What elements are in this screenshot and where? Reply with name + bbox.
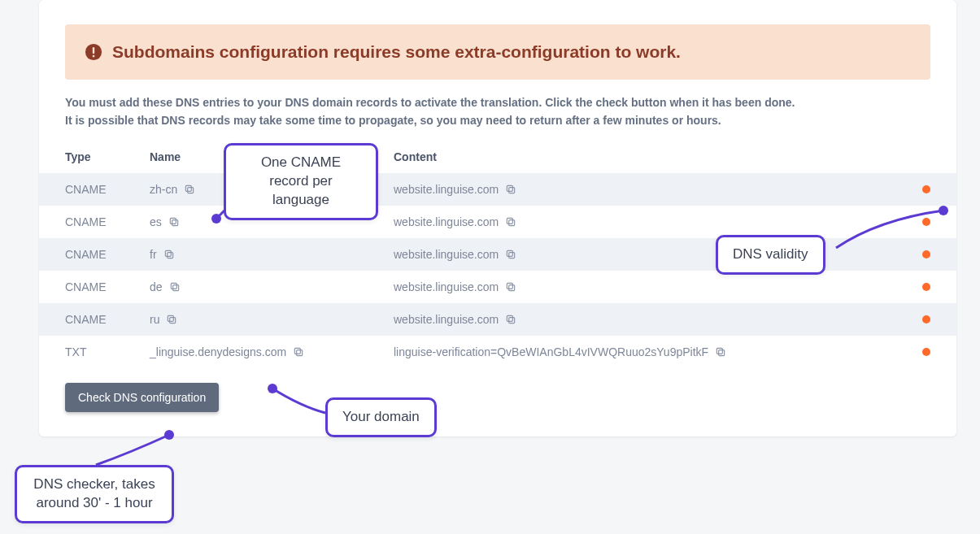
instructions-line-1: You must add these DNS entries to your D… xyxy=(65,94,930,112)
cell-status xyxy=(906,218,930,226)
cell-name: ru xyxy=(150,313,394,326)
status-dot-icon xyxy=(922,185,930,193)
svg-rect-6 xyxy=(507,186,513,192)
copy-icon[interactable] xyxy=(505,314,516,325)
svg-rect-4 xyxy=(186,186,192,192)
cell-name: fr xyxy=(150,248,394,261)
dns-config-card: Subdomains configuration requires some e… xyxy=(39,0,956,436)
cell-content: website.linguise.com xyxy=(394,248,906,261)
table-row: CNAMEzh-cnwebsite.linguise.com xyxy=(39,173,956,206)
callout-checker: DNS checker, takes around 30' - 1 hour xyxy=(15,465,174,523)
copy-icon[interactable] xyxy=(168,216,180,228)
cell-name: _linguise.denydesigns.com xyxy=(150,345,394,358)
cell-content: website.linguise.com xyxy=(394,313,906,326)
cell-type: CNAME xyxy=(65,248,150,261)
table-row: TXT_linguise.denydesigns.comlinguise-ver… xyxy=(39,336,956,368)
copy-icon[interactable] xyxy=(505,249,516,260)
status-dot-icon xyxy=(922,250,930,258)
svg-rect-18 xyxy=(507,284,513,289)
copy-icon[interactable] xyxy=(505,216,516,228)
svg-rect-11 xyxy=(167,253,172,258)
copy-icon[interactable] xyxy=(505,184,516,195)
table-row: CNAMEdewebsite.linguise.com xyxy=(39,271,956,303)
copy-icon[interactable] xyxy=(505,281,516,293)
svg-rect-26 xyxy=(716,349,722,354)
copy-icon[interactable] xyxy=(293,346,304,358)
cell-type: TXT xyxy=(65,345,150,358)
instructions-line-2: It is possible that DNS records may take… xyxy=(65,112,930,130)
cell-status xyxy=(906,315,930,323)
svg-rect-7 xyxy=(172,220,177,226)
table-row: CNAMEeswebsite.linguise.com xyxy=(39,206,956,238)
cell-type: CNAME xyxy=(65,280,150,293)
svg-rect-3 xyxy=(188,188,194,193)
copy-icon[interactable] xyxy=(166,314,177,325)
status-dot-icon xyxy=(922,348,930,356)
callout-validity: DNS validity xyxy=(716,235,825,275)
svg-rect-20 xyxy=(168,316,174,322)
svg-rect-10 xyxy=(507,219,513,224)
copy-icon[interactable] xyxy=(184,184,195,195)
cell-type: CNAME xyxy=(65,183,150,196)
svg-point-2 xyxy=(93,55,95,58)
cell-status xyxy=(906,250,930,258)
header-content: Content xyxy=(394,150,906,163)
alert-text: Subdomains configuration requires some e… xyxy=(112,42,681,62)
svg-rect-16 xyxy=(171,284,176,289)
header-type: Type xyxy=(65,150,150,163)
cell-status xyxy=(906,283,930,291)
cell-content: website.linguise.com xyxy=(394,183,906,196)
check-dns-button[interactable]: Check DNS configuration xyxy=(65,383,219,412)
table-header: Type Name Content xyxy=(39,141,956,173)
cell-type: CNAME xyxy=(65,313,150,326)
status-dot-icon xyxy=(922,218,930,226)
instructions: You must add these DNS entries to your D… xyxy=(65,94,930,129)
callout-domain: Your domain xyxy=(325,397,437,437)
copy-icon[interactable] xyxy=(163,249,175,260)
cell-content: website.linguise.com xyxy=(394,215,906,228)
svg-rect-25 xyxy=(719,350,725,356)
svg-rect-19 xyxy=(170,318,176,323)
svg-rect-22 xyxy=(507,316,513,322)
table-row: CNAMEruwebsite.linguise.com xyxy=(39,303,956,336)
cell-name: de xyxy=(150,280,394,293)
svg-rect-9 xyxy=(509,220,515,226)
callout-cname: One CNAME record per language xyxy=(224,143,378,220)
svg-rect-23 xyxy=(297,350,303,356)
svg-rect-15 xyxy=(172,285,178,291)
status-dot-icon xyxy=(922,283,930,291)
svg-rect-24 xyxy=(294,349,300,354)
svg-rect-17 xyxy=(509,285,515,291)
svg-rect-5 xyxy=(509,188,515,193)
svg-rect-1 xyxy=(93,47,94,54)
status-dot-icon xyxy=(922,315,930,323)
cell-status xyxy=(906,185,930,193)
svg-rect-12 xyxy=(165,251,171,257)
alert-icon xyxy=(85,43,102,61)
cell-status xyxy=(906,348,930,356)
copy-icon[interactable] xyxy=(169,281,181,293)
svg-rect-8 xyxy=(170,219,176,224)
cell-type: CNAME xyxy=(65,215,150,228)
svg-rect-21 xyxy=(509,318,515,323)
alert-banner: Subdomains configuration requires some e… xyxy=(65,24,930,80)
svg-rect-13 xyxy=(509,253,515,258)
copy-icon[interactable] xyxy=(715,346,726,358)
cell-content: website.linguise.com xyxy=(394,280,906,293)
svg-rect-14 xyxy=(507,251,513,257)
cell-content: linguise-verification=QvBeWIAnGbL4vIVWQR… xyxy=(394,345,906,358)
